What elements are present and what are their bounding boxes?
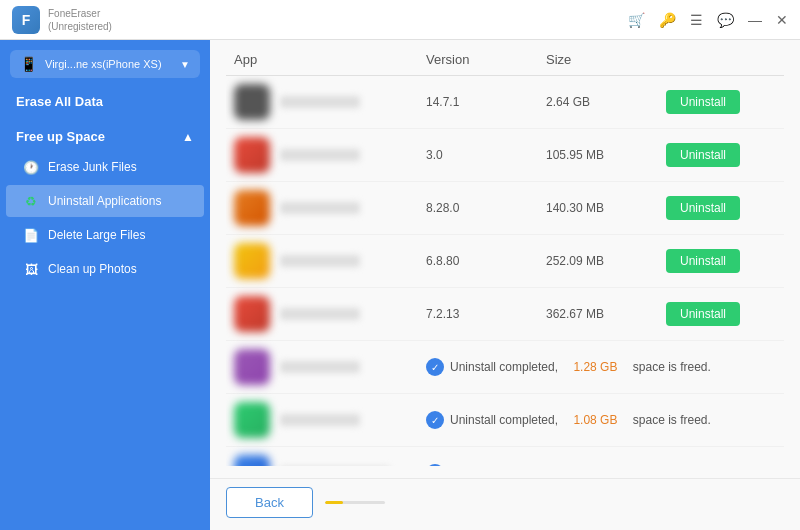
check-icon: ✓ — [426, 464, 444, 466]
table-row: 14.7.1 2.64 GB Uninstall — [226, 76, 784, 129]
app-icon — [234, 402, 270, 438]
app-icon — [234, 84, 270, 120]
app-cell — [234, 349, 426, 385]
table-scroll[interactable]: 14.7.1 2.64 GB Uninstall 3.0 105.95 MB — [226, 76, 784, 466]
table-row: 7.2.13 362.67 MB Uninstall — [226, 288, 784, 341]
sidebar-item-delete-large[interactable]: 📄 Delete Large Files — [6, 219, 204, 251]
recycle-icon: ♻ — [22, 192, 40, 210]
sidebar-item-label-uninstall-apps: Uninstall Applications — [48, 194, 161, 208]
freed-size: 1.28 GB — [573, 360, 617, 374]
window-controls: 🛒 🔑 ☰ 💬 — ✕ — [628, 12, 788, 28]
freed-size: 1.08 GB — [573, 413, 617, 427]
back-button[interactable]: Back — [226, 487, 313, 518]
bottom-bar: Back — [210, 478, 800, 530]
size-cell: 140.30 MB — [546, 201, 666, 215]
sidebar-item-label-erase-junk: Erase Junk Files — [48, 160, 137, 174]
app-name — [280, 361, 360, 373]
cart-icon[interactable]: 🛒 — [628, 12, 645, 28]
collapse-icon[interactable]: ▲ — [182, 130, 194, 144]
sidebar-item-clean-photos[interactable]: 🖼 Clean up Photos — [6, 253, 204, 285]
app-icon — [234, 243, 270, 279]
completed-end: space is freed. — [633, 413, 711, 427]
app-cell — [234, 402, 426, 438]
chat-icon[interactable]: 💬 — [717, 12, 734, 28]
progress-fill — [325, 501, 343, 504]
action-cell: Uninstall — [666, 143, 776, 167]
col-header-size: Size — [546, 52, 666, 67]
app-branding: F FoneEraser (Unregistered) — [12, 6, 628, 34]
table-row: ✓ Uninstall completed, 1.08 GB space is … — [226, 394, 784, 447]
table-header: App Version Size — [226, 40, 784, 76]
erase-all-data-label[interactable]: Erase All Data — [0, 84, 210, 115]
uninstall-button[interactable]: Uninstall — [666, 143, 740, 167]
completed-message: ✓ Uninstall completed, 1.28 GB space is … — [426, 358, 776, 376]
app-name — [280, 149, 360, 161]
col-header-action — [666, 52, 776, 67]
action-cell: Uninstall — [666, 196, 776, 220]
completed-text: Uninstall completed, — [450, 413, 558, 427]
version-cell: 14.7.1 — [426, 95, 546, 109]
file-icon: 📄 — [22, 226, 40, 244]
app-table: App Version Size 14.7.1 2.64 GB Uninstal… — [210, 40, 800, 478]
app-cell — [234, 455, 426, 466]
app-cell — [234, 243, 426, 279]
photo-icon: 🖼 — [22, 260, 40, 278]
close-icon[interactable]: ✕ — [776, 12, 788, 28]
table-row: ✓ Uninstall completed, 1.28 GB space is … — [226, 341, 784, 394]
app-name — [280, 308, 360, 320]
app-icon — [234, 296, 270, 332]
sidebar-item-erase-junk[interactable]: 🕐 Erase Junk Files — [6, 151, 204, 183]
col-header-app: App — [234, 52, 426, 67]
check-icon: ✓ — [426, 358, 444, 376]
version-cell: 7.2.13 — [426, 307, 546, 321]
sidebar-item-label-clean-photos: Clean up Photos — [48, 262, 137, 276]
uninstall-button[interactable]: Uninstall — [666, 90, 740, 114]
check-icon: ✓ — [426, 411, 444, 429]
uninstall-button[interactable]: Uninstall — [666, 196, 740, 220]
completed-text: Uninstall completed, — [450, 360, 558, 374]
main-layout: 📱 Virgi...ne xs(iPhone XS) ▼ Erase All D… — [0, 40, 800, 530]
title-bar: F FoneEraser (Unregistered) 🛒 🔑 ☰ 💬 — ✕ — [0, 0, 800, 40]
app-cell — [234, 190, 426, 226]
app-name — [280, 96, 360, 108]
uninstall-button[interactable]: Uninstall — [666, 302, 740, 326]
app-cell — [234, 84, 426, 120]
device-selector[interactable]: 📱 Virgi...ne xs(iPhone XS) ▼ — [10, 50, 200, 78]
menu-icon[interactable]: ☰ — [690, 12, 703, 28]
app-name — [280, 414, 360, 426]
sidebar: 📱 Virgi...ne xs(iPhone XS) ▼ Erase All D… — [0, 40, 210, 530]
action-cell: Uninstall — [666, 302, 776, 326]
progress-bar — [325, 501, 385, 504]
table-row: 6.8.80 252.09 MB Uninstall — [226, 235, 784, 288]
app-name — [280, 255, 360, 267]
app-cell — [234, 137, 426, 173]
sidebar-item-uninstall-apps[interactable]: ♻ Uninstall Applications — [6, 185, 204, 217]
version-cell: 3.0 — [426, 148, 546, 162]
version-cell: 8.28.0 — [426, 201, 546, 215]
chevron-down-icon: ▼ — [180, 59, 190, 70]
app-cell — [234, 296, 426, 332]
table-row: 8.28.0 140.30 MB Uninstall — [226, 182, 784, 235]
size-cell: 2.64 GB — [546, 95, 666, 109]
app-icon — [234, 349, 270, 385]
completed-end: space is freed. — [633, 360, 711, 374]
app-status: (Unregistered) — [48, 20, 112, 33]
free-up-space-section: Free up Space ▲ — [0, 119, 210, 150]
table-row: 3.0 105.95 MB Uninstall — [226, 129, 784, 182]
key-icon[interactable]: 🔑 — [659, 12, 676, 28]
app-name: FoneEraser — [48, 7, 112, 20]
free-up-space-label: Free up Space — [16, 129, 105, 144]
app-title: FoneEraser (Unregistered) — [48, 7, 112, 33]
sidebar-item-label-delete-large: Delete Large Files — [48, 228, 145, 242]
content-area: App Version Size 14.7.1 2.64 GB Uninstal… — [210, 40, 800, 530]
size-cell: 252.09 MB — [546, 254, 666, 268]
app-icon — [234, 455, 270, 466]
action-cell: Uninstall — [666, 249, 776, 273]
app-icon — [234, 190, 270, 226]
device-name: Virgi...ne xs(iPhone XS) — [45, 58, 172, 70]
completed-message: ✓ Uninstall completed, 1.08 GB space is … — [426, 411, 776, 429]
uninstall-button[interactable]: Uninstall — [666, 249, 740, 273]
minimize-icon[interactable]: — — [748, 12, 762, 28]
clock-icon: 🕐 — [22, 158, 40, 176]
size-cell: 105.95 MB — [546, 148, 666, 162]
